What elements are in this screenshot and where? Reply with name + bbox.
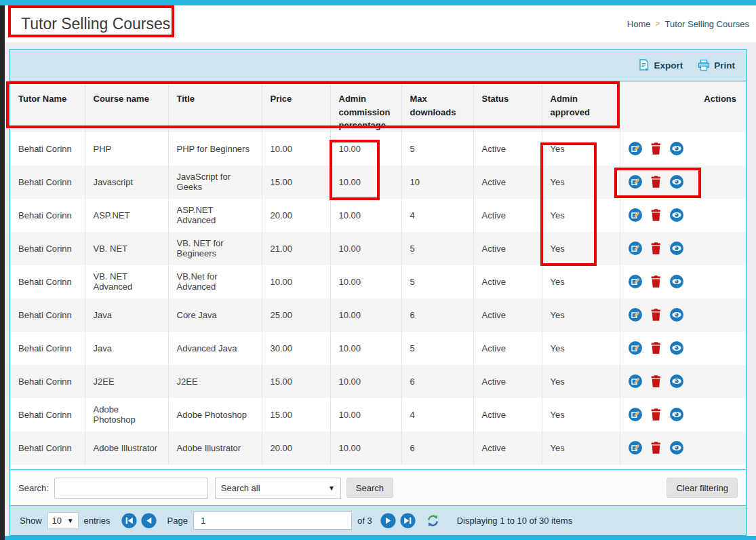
cell-status: Active (473, 298, 542, 332)
cell-max-downloads: 10 (401, 166, 473, 199)
first-page-button[interactable] (121, 513, 137, 528)
delete-button[interactable] (650, 341, 662, 355)
page-number-input[interactable] (193, 512, 352, 530)
cell-commission: 10.00 (330, 332, 401, 365)
delete-button[interactable] (650, 275, 662, 288)
trash-icon (650, 208, 662, 222)
breadcrumb-separator-icon: > (655, 19, 660, 28)
view-button[interactable] (670, 408, 683, 421)
refresh-button[interactable] (426, 514, 439, 527)
edit-icon (629, 308, 642, 322)
cell-price: 25.00 (262, 298, 330, 332)
col-header-max-downloads: Max downloads (401, 81, 473, 132)
cell-status: Active (473, 431, 542, 465)
cell-admin-approved: Yes (542, 431, 620, 465)
cell-actions (620, 398, 746, 431)
edit-button[interactable] (629, 242, 642, 255)
print-label: Print (714, 60, 735, 71)
cell-tutor-name: Behati Corinn (10, 365, 85, 398)
search-filter-selected: Search all (221, 483, 260, 493)
table-row: Behati Corinn Adobe Illustrator Adobe Il… (10, 431, 746, 465)
edit-button[interactable] (629, 175, 642, 189)
cell-actions (620, 166, 746, 199)
edit-button[interactable] (629, 374, 642, 388)
cell-commission: 10.00 (330, 199, 401, 232)
cell-max-downloads: 6 (401, 365, 473, 398)
cell-commission: 10.00 (330, 398, 401, 431)
search-input[interactable] (54, 478, 208, 499)
col-header-price: Price (262, 81, 330, 132)
table-row: Behati Corinn Java Advanced Java 30.00 1… (10, 332, 746, 365)
previous-page-button[interactable] (141, 513, 157, 528)
clear-filtering-button[interactable]: Clear filtering (667, 478, 738, 498)
view-button[interactable] (670, 142, 683, 155)
delete-button[interactable] (650, 441, 662, 455)
delete-button[interactable] (650, 175, 662, 189)
cell-max-downloads: 5 (401, 132, 473, 166)
breadcrumb-home[interactable]: Home (627, 19, 651, 29)
cell-price: 15.00 (262, 398, 330, 431)
edit-button[interactable] (629, 142, 642, 155)
cell-status: Active (473, 166, 542, 199)
delete-button[interactable] (650, 242, 662, 255)
edit-button[interactable] (629, 208, 642, 222)
table-row: Behati Corinn Adobe Photoshop Adobe Phot… (10, 398, 746, 431)
cell-status: Active (473, 398, 542, 431)
view-button[interactable] (670, 175, 683, 189)
cell-title: Adobe Photoshop (168, 398, 262, 431)
edit-button[interactable] (629, 275, 642, 288)
edit-button[interactable] (629, 441, 642, 455)
delete-button[interactable] (650, 408, 662, 421)
trash-icon (650, 441, 662, 455)
cell-admin-approved: Yes (542, 265, 620, 298)
entries-select[interactable]: 10 ▼ (47, 512, 79, 529)
cell-actions (620, 132, 746, 166)
view-button[interactable] (670, 275, 683, 288)
view-button[interactable] (670, 308, 683, 322)
edit-button[interactable] (629, 308, 642, 322)
print-button[interactable]: Print (698, 59, 735, 71)
trash-icon (650, 374, 662, 388)
edit-button[interactable] (629, 408, 642, 421)
cell-title: PHP for Beginners (168, 132, 262, 166)
cell-commission: 10.00 (330, 365, 401, 398)
cell-course-name: ASP.NET (85, 199, 168, 232)
search-button[interactable]: Search (346, 478, 393, 498)
export-button[interactable]: Export (638, 59, 683, 71)
view-button[interactable] (670, 242, 683, 255)
cell-price: 15.00 (262, 166, 330, 199)
cell-price: 21.00 (262, 232, 330, 265)
cell-max-downloads: 5 (401, 232, 473, 265)
view-button[interactable] (670, 208, 683, 222)
delete-button[interactable] (650, 308, 662, 322)
view-button[interactable] (670, 374, 683, 388)
view-button[interactable] (670, 341, 683, 355)
edit-button[interactable] (629, 341, 642, 355)
cell-price: 20.00 (262, 431, 330, 465)
table-row: Behati Corinn VB. NET Advanced VB.Net fo… (10, 265, 746, 298)
col-header-actions: Actions (620, 81, 746, 132)
delete-button[interactable] (650, 208, 662, 222)
eye-icon (670, 242, 683, 255)
cell-tutor-name: Behati Corinn (10, 166, 85, 199)
page-of-label: of 3 (357, 516, 372, 526)
last-page-button[interactable] (400, 513, 416, 528)
edit-icon (629, 142, 642, 155)
next-page-button[interactable] (380, 513, 396, 528)
cell-tutor-name: Behati Corinn (10, 199, 85, 232)
cell-status: Active (473, 365, 542, 398)
search-filter-select[interactable]: Search all ▼ (215, 478, 341, 499)
cell-admin-approved: Yes (542, 332, 620, 365)
search-bar: Search: Search all ▼ Search Clear filter… (10, 469, 746, 505)
cell-course-name: Java (85, 332, 168, 365)
cell-actions (620, 431, 746, 465)
view-button[interactable] (670, 441, 683, 455)
entries-selected: 10 (52, 516, 62, 526)
cell-actions (620, 332, 746, 365)
cell-tutor-name: Behati Corinn (10, 232, 85, 265)
delete-button[interactable] (650, 374, 662, 388)
cell-commission: 10.00 (330, 166, 401, 199)
cell-actions (620, 298, 746, 332)
delete-button[interactable] (650, 142, 662, 155)
trash-icon (650, 175, 662, 189)
